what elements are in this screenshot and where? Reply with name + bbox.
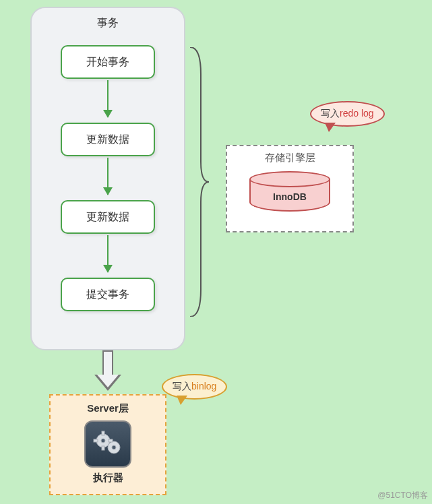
watermark: @51CTO博客 <box>377 490 428 501</box>
transaction-panel: 事务 开始事务 更新数据 更新数据 提交事务 <box>30 7 185 350</box>
svg-rect-7 <box>109 439 113 442</box>
bubble-binlog-prefix: 写入 <box>173 381 191 391</box>
svg-rect-5 <box>102 446 104 450</box>
big-arrow-icon <box>94 350 121 392</box>
bubble-binlog-text: binlog <box>191 381 216 391</box>
arrow-icon <box>107 235 109 272</box>
storage-title: 存储引擎层 <box>227 152 352 164</box>
svg-rect-4 <box>102 431 104 435</box>
step-commit-transaction: 提交事务 <box>61 278 155 311</box>
gear-icon <box>84 420 131 468</box>
storage-engine-box: 存储引擎层 InnoDB <box>226 145 354 232</box>
svg-point-1 <box>101 439 105 443</box>
transaction-title: 事务 <box>32 16 184 30</box>
svg-rect-6 <box>94 439 98 442</box>
server-subtitle: 执行器 <box>51 472 165 484</box>
storage-engine-label: InnoDB <box>249 191 330 202</box>
step-update-data-2: 更新数据 <box>61 200 155 234</box>
database-cylinder-icon: InnoDB <box>249 171 330 215</box>
step-update-data-1: 更新数据 <box>61 123 155 156</box>
bubble-redo-log: 写入redo log <box>310 101 385 127</box>
step-begin-transaction: 开始事务 <box>61 45 155 79</box>
arrow-icon <box>107 158 109 195</box>
bubble-binlog: 写入binlog <box>162 374 227 400</box>
svg-point-3 <box>112 445 116 449</box>
server-layer-box: Server层 执行器 <box>49 394 166 495</box>
bubble-redo-text: redo log <box>340 108 374 119</box>
brace-icon <box>189 47 209 317</box>
arrow-icon <box>107 80 109 117</box>
server-title: Server层 <box>51 402 165 415</box>
bubble-redo-prefix: 写入 <box>321 108 340 119</box>
